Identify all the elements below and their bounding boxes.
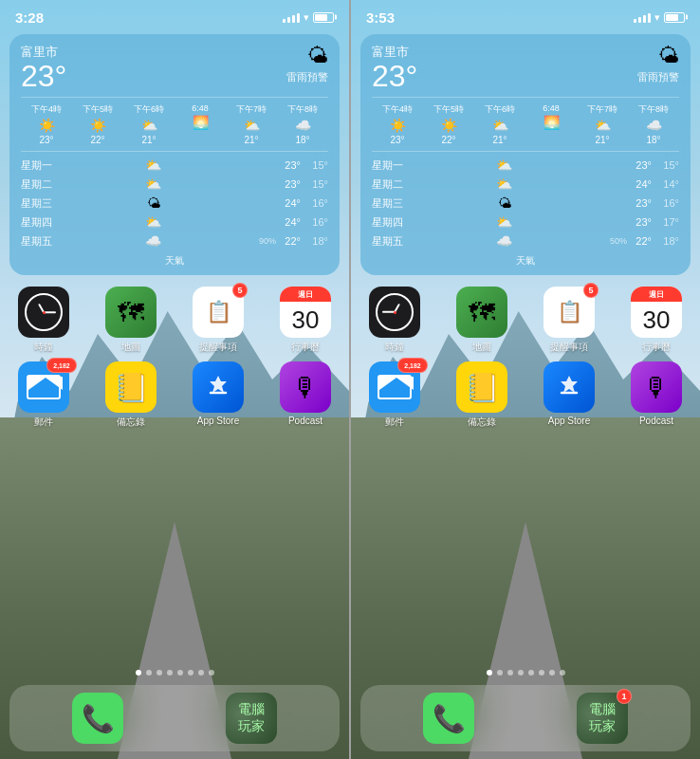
signal-bar-r4: [648, 13, 651, 23]
hourly-item-4: 下午8時 ☁️ 18°: [277, 103, 328, 145]
dot-5: [188, 670, 193, 676]
battery-fill-left: [315, 14, 327, 21]
app-podcast-right[interactable]: 🎙 Podcast: [622, 361, 691, 429]
signal-bar-1: [283, 19, 286, 23]
mail-badge-right: 2,182: [397, 358, 428, 373]
rdot-0: [487, 670, 492, 676]
battery-fill-right: [666, 14, 678, 21]
app-maps-right[interactable]: 🗺 地圖: [448, 287, 516, 354]
game-badge-right: 1: [617, 689, 632, 704]
reminders-badge-left: 5: [232, 283, 248, 298]
daily-row-4: 星期五 ☁️ 90% 22°18°: [21, 231, 328, 250]
app-mail-right[interactable]: 2,182 郵件: [360, 361, 429, 429]
weather-widget-left: 富里市 23° 🌤 雷雨預警 下午4時 ☀️ 23° 下午5時: [9, 34, 340, 275]
calendar-icon-right: 週日 30: [631, 287, 682, 338]
status-icons-left: ▾: [283, 11, 334, 24]
notes-icon-left: 📒: [105, 361, 157, 413]
weather-top-left: 富里市 23° 🌤 雷雨預警: [21, 44, 328, 91]
notes-icon-right: 📒: [456, 361, 507, 413]
app-clock-left[interactable]: 時鐘: [9, 287, 78, 354]
rdot-4: [528, 670, 534, 676]
battery-right: [664, 12, 685, 23]
daily-row-1: 星期二 ⛅ 23°15°: [21, 175, 328, 194]
weather-label-right: 天氣: [372, 254, 679, 268]
dock-phone-right[interactable]: 📞: [423, 693, 474, 744]
time-right: 3:53: [366, 9, 395, 26]
main-container: 3:28 ▾ 富里: [0, 0, 700, 759]
app-reminders-right[interactable]: 📋 5 提醒事項: [535, 287, 603, 354]
rdot-6: [549, 670, 555, 676]
clock-icon-right: [369, 287, 420, 338]
signal-bar-4: [297, 13, 300, 23]
weather-daily-right: 星期一 ⛅ 23°15° 星期二 ⛅ 24°14° 星期三 🌤: [372, 151, 679, 250]
weather-right-left: 🌤 雷雨預警: [286, 44, 328, 84]
app-appstore-left[interactable]: App Store: [184, 361, 252, 429]
appstore-icon-right: [543, 361, 595, 413]
weather-top-right: 富里市 23° 🌤 雷雨預警: [372, 44, 679, 91]
dock-right: 📞 電腦玩家 1: [360, 685, 691, 751]
weather-location-left: 富里市 23°: [21, 44, 66, 91]
daily-row-2: 星期三 🌤 24°16°: [21, 194, 328, 213]
rdot-2: [507, 670, 513, 676]
dot-4: [177, 670, 183, 676]
weather-right-right: 🌤 雷雨預警: [637, 44, 679, 84]
signal-bar-r1: [634, 19, 636, 23]
weather-location-right: 富里市 23°: [372, 44, 417, 91]
app-appstore-right[interactable]: App Store: [535, 361, 603, 429]
weather-hourly-right: 下午4時 ☀️ 23° 下午5時 ☀️ 22° 下午6時 ⛅ 21°: [372, 97, 679, 145]
wifi-icon-left: ▾: [304, 11, 309, 24]
hourly-item-0: 下午4時 ☀️ 23°: [21, 103, 72, 145]
reminders-badge-right: 5: [583, 283, 599, 298]
app-calendar-left[interactable]: 週日 30 行事曆: [271, 287, 340, 354]
dot-1: [146, 670, 152, 676]
rdot-5: [539, 670, 544, 676]
rdot-1: [497, 670, 503, 676]
page-dots-left: [0, 664, 349, 681]
dot-7: [209, 670, 214, 676]
maps-icon-left: 🗺: [105, 287, 157, 338]
rdot-7: [560, 670, 565, 676]
phone-icon-right: 📞: [423, 693, 474, 744]
clock-icon-left: [18, 287, 69, 338]
app-mail-left[interactable]: 2,182 郵件: [9, 361, 78, 429]
signal-right: [634, 11, 651, 23]
podcast-icon-left: 🎙: [280, 361, 331, 413]
app-notes-left[interactable]: 📒 備忘錄: [97, 361, 165, 429]
maps-icon-right: 🗺: [456, 287, 507, 338]
app-row-2-left: 2,182 郵件 📒 備忘錄 App Store: [0, 358, 349, 433]
hourly-item-2: 下午6時 ⛅ 21°: [123, 103, 175, 145]
left-phone: 3:28 ▾ 富里: [0, 0, 349, 759]
signal-bar-3: [292, 15, 295, 23]
app-row-1-left: 時鐘 🗺 地圖 📋 5 提醒事項 週日 30: [0, 283, 349, 358]
status-bar-left: 3:28 ▾: [0, 0, 349, 30]
dock-phone-left[interactable]: 📞: [72, 693, 123, 744]
dot-6: [198, 670, 204, 676]
time-left: 3:28: [15, 9, 44, 26]
app-calendar-right[interactable]: 週日 30 行事曆: [622, 287, 691, 354]
signal-left: [283, 11, 300, 23]
dock-game-left[interactable]: 電腦玩家: [226, 693, 277, 744]
signal-bar-2: [287, 17, 290, 23]
podcast-icon-right: 🎙: [631, 361, 682, 413]
app-maps-left[interactable]: 🗺 地圖: [97, 287, 165, 354]
app-reminders-left[interactable]: 📋 5 提醒事項: [184, 287, 252, 354]
dot-2: [157, 670, 162, 676]
hourly-item-1: 下午5時 ☀️ 22°: [72, 103, 123, 145]
app-row-2-right: 2,182 郵件 📒 備忘錄 App Store: [351, 358, 700, 433]
weather-hourly-left: 下午4時 ☀️ 23° 下午5時 ☀️ 22° 下午6時 ⛅ 21°: [21, 97, 328, 145]
right-phone: 3:53 ▾ 富里: [351, 0, 700, 759]
right-phone-content: 3:53 ▾ 富里: [351, 0, 700, 759]
signal-bar-r2: [638, 17, 641, 23]
status-icons-right: ▾: [634, 11, 685, 24]
dock-game-right[interactable]: 電腦玩家 1: [577, 693, 628, 744]
app-podcast-left[interactable]: 🎙 Podcast: [271, 361, 340, 429]
phone-icon-left: 📞: [72, 693, 123, 744]
dot-0: [136, 670, 141, 676]
app-notes-right[interactable]: 📒 備忘錄: [448, 361, 516, 429]
daily-row-0: 星期一 ⛅ 23°15°: [21, 156, 328, 175]
weather-daily-left: 星期一 ⛅ 23°15° 星期二 ⛅ 23°15° 星期三 🌤: [21, 151, 328, 250]
app-clock-right[interactable]: 時鐘: [360, 287, 429, 354]
weather-label-left: 天氣: [21, 254, 328, 268]
mail-badge-left: 2,182: [46, 358, 77, 373]
dot-3: [167, 670, 173, 676]
